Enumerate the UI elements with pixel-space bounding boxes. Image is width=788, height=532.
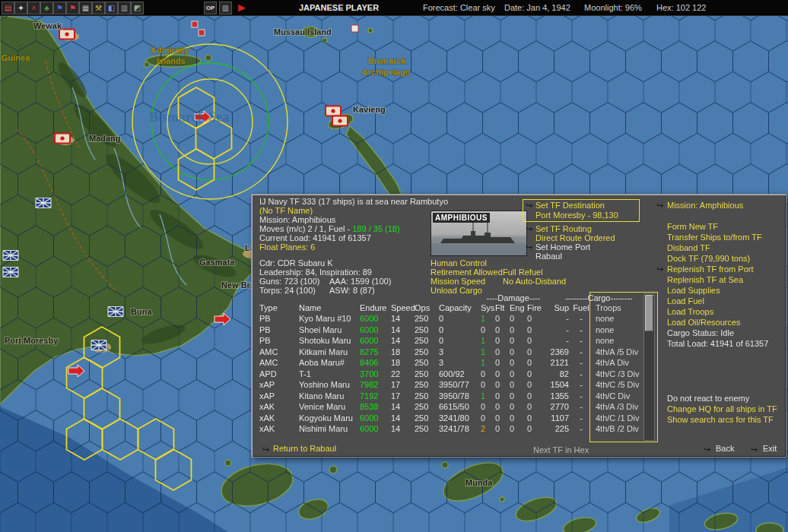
- cargo-troops[interactable]: 4th/B /2 Div: [596, 424, 650, 433]
- toolbar-icon-11[interactable]: ◩: [131, 2, 144, 14]
- allied-base-icon[interactable]: [3, 251, 18, 261]
- troops-scrollbar[interactable]: [643, 293, 655, 441]
- fuel-value: 189 / 35 (18): [352, 224, 399, 233]
- scrollbar-thumb[interactable]: [645, 295, 653, 331]
- flag-icon[interactable]: ⚑: [53, 2, 66, 14]
- replenish-from-port-button[interactable]: Replenish TF from Port: [667, 264, 754, 274]
- return-to-rabaul-button[interactable]: Return to Rabaul: [273, 444, 336, 453]
- ship-speed: 14: [391, 424, 409, 433]
- curved-arrow-icon[interactable]: ↪: [262, 445, 269, 454]
- curved-arrow-icon[interactable]: ↪: [526, 225, 532, 233]
- ship-name[interactable]: Yoshino Maru: [299, 380, 358, 389]
- japanese-unit-icon[interactable]: [199, 30, 205, 36]
- destination-value[interactable]: Port Moresby - 98,130: [535, 211, 618, 220]
- japanese-unit-icon[interactable]: [192, 21, 198, 27]
- disband-tf-button[interactable]: Disband TF: [667, 243, 710, 252]
- toolbar-icon-2[interactable]: ✦: [14, 2, 27, 14]
- ship-name[interactable]: T-1: [299, 369, 358, 378]
- map-label-guinea: Guinea: [2, 53, 30, 62]
- retirement-toggle[interactable]: Retirement Allowed: [431, 268, 503, 277]
- col-sup: Sup: [543, 303, 569, 312]
- cargo-supply: 1107: [543, 413, 569, 423]
- ops-icon[interactable]: OP: [204, 2, 217, 14]
- ship-name[interactable]: Kyo Maru #10: [299, 314, 358, 323]
- tf-name[interactable]: (No TF Name): [259, 206, 313, 215]
- set-routing-button[interactable]: Set TF Routing: [535, 224, 592, 233]
- damage-sys: 2: [481, 424, 493, 433]
- next-tf-in-hex-button[interactable]: Next TF in Hex: [533, 445, 589, 454]
- japanese-base-icon[interactable]: [332, 116, 348, 126]
- allied-base-icon[interactable]: [3, 268, 18, 277]
- exit-button[interactable]: Exit: [763, 444, 777, 453]
- ship-name[interactable]: Kogyoku Maru: [299, 413, 358, 423]
- toolbar-icon-13[interactable]: ▥: [219, 2, 232, 14]
- mission-button[interactable]: Mission: Amphibious: [667, 201, 743, 210]
- ship-name[interactable]: Venice Maru: [299, 402, 358, 411]
- curved-arrow-icon[interactable]: ↪: [526, 243, 532, 252]
- toolbar-icon-1[interactable]: ▤: [2, 2, 14, 14]
- ship-name[interactable]: Nishimi Maru: [299, 424, 358, 433]
- speed-toggle[interactable]: Mission Speed: [431, 277, 485, 286]
- damage-sys: 1: [481, 336, 493, 345]
- back-button[interactable]: Back: [716, 444, 734, 453]
- form-new-tf-button[interactable]: Form New TF: [667, 222, 718, 231]
- toolbar-icon-4[interactable]: ♣: [40, 2, 53, 14]
- cargo-troops[interactable]: 4th/A Div: [596, 358, 650, 367]
- allied-base-icon[interactable]: [36, 198, 51, 208]
- replenish-at-sea-button[interactable]: Replenish TF at Sea: [667, 275, 743, 284]
- ship-name[interactable]: Shotoku Maru: [299, 336, 358, 345]
- curved-arrow-icon[interactable]: ↪: [704, 445, 710, 454]
- cargo-troops[interactable]: 4th/C /5 Div: [596, 380, 650, 389]
- refuel-toggle[interactable]: Full Refuel: [503, 268, 543, 277]
- damage-flt: 0: [495, 402, 507, 411]
- flag-icon-2[interactable]: ⚑: [66, 2, 79, 14]
- curved-arrow-icon[interactable]: ↪: [656, 265, 663, 274]
- ship-name[interactable]: Kitano Maru: [299, 391, 358, 401]
- allied-base-icon[interactable]: [91, 340, 106, 350]
- cargo-troops[interactable]: 4th/C /1 Div: [596, 413, 650, 423]
- japanese-base-icon[interactable]: [55, 134, 70, 144]
- ship-name[interactable]: Kitkami Maru: [299, 347, 358, 356]
- ship-speed: 14: [391, 402, 409, 411]
- toolbar-icon-9[interactable]: ◧: [105, 2, 118, 14]
- dock-tf-button[interactable]: Dock TF (79,990 tons): [667, 254, 750, 263]
- cargo-supply: 2770: [543, 402, 569, 411]
- japanese-base-icon[interactable]: [59, 30, 75, 40]
- cargo-fuel: -: [572, 369, 590, 378]
- load-supplies-button[interactable]: Load Supplies: [667, 286, 720, 295]
- cargo-troops[interactable]: none: [596, 325, 650, 334]
- toolbar-icon-10[interactable]: ▥: [118, 2, 131, 14]
- cargo-troops[interactable]: 4th/A /3 Div: [596, 402, 650, 411]
- cargo-troops[interactable]: 4th/A /5 Div: [596, 347, 650, 356]
- set-home-port-button[interactable]: Set Home Port: [535, 242, 590, 252]
- unload-cargo-button[interactable]: Unload Cargo: [431, 286, 482, 295]
- tools-icon[interactable]: ⚒: [92, 2, 105, 14]
- toolbar-icon-3[interactable]: ×: [27, 2, 40, 14]
- human-control-toggle[interactable]: Human Control: [431, 258, 487, 268]
- grid-icon[interactable]: ▦: [79, 2, 92, 14]
- commander[interactable]: Cdr: CDR Subaru K: [259, 258, 333, 268]
- auto-disband-toggle[interactable]: No Auto-Disband: [503, 277, 566, 286]
- ship-name[interactable]: Shoei Maru: [299, 325, 358, 334]
- col-eng: Eng: [510, 303, 523, 312]
- set-destination-button[interactable]: Set TF Destination: [535, 201, 605, 210]
- allied-base-icon[interactable]: [108, 307, 123, 317]
- curved-arrow-icon[interactable]: ↪: [656, 201, 663, 210]
- routing-value[interactable]: Direct Route Ordered: [535, 233, 615, 242]
- curved-arrow-icon[interactable]: ↪: [751, 445, 758, 454]
- next-turn-icon[interactable]: ▶: [238, 2, 246, 14]
- cargo-troops[interactable]: none: [596, 314, 650, 323]
- transfer-ships-button[interactable]: Transfer Ships to/from TF: [667, 233, 762, 242]
- ship-name[interactable]: Aoba Maru#: [299, 358, 358, 367]
- curved-arrow-icon[interactable]: ↪: [526, 201, 532, 210]
- damage-sys: 1: [481, 391, 493, 401]
- japanese-base-icon[interactable]: [326, 106, 341, 116]
- float-planes[interactable]: Float Planes: 6: [259, 242, 315, 252]
- cargo-troops[interactable]: 4th/C Div: [596, 391, 650, 401]
- cargo-troops[interactable]: 4th/C /3 Div: [596, 369, 650, 378]
- map-label-madang: Madang: [89, 134, 121, 143]
- cargo-troops[interactable]: none: [596, 336, 650, 345]
- cargo-fuel: -: [572, 325, 590, 334]
- unit-counter-icon[interactable]: [351, 25, 358, 32]
- ship-capacity: 6615/50: [439, 402, 478, 411]
